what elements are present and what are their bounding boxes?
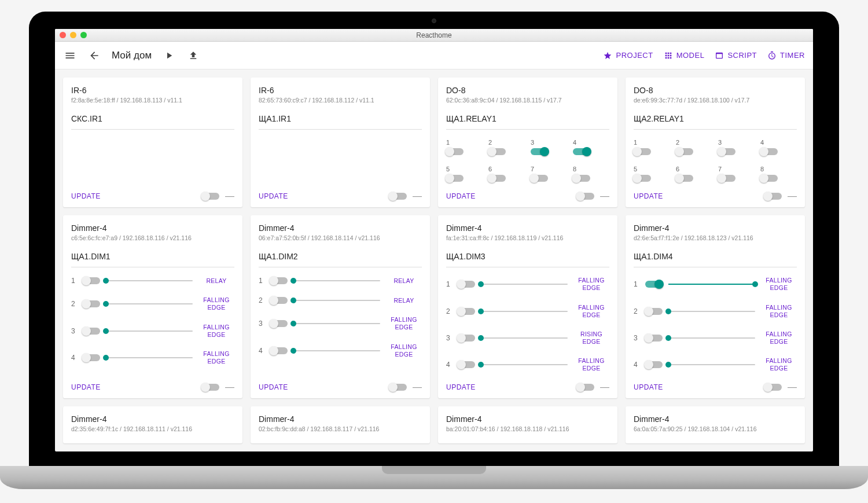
- mode-button[interactable]: FALLING EDGE: [386, 316, 422, 331]
- footer-toggle[interactable]: [389, 193, 407, 200]
- mode-button[interactable]: RELAY: [198, 277, 234, 285]
- relay-toggle[interactable]: [446, 148, 464, 155]
- relay-toggle[interactable]: [676, 175, 693, 182]
- update-button[interactable]: UPDATE: [634, 383, 663, 391]
- mode-button[interactable]: FALLING EDGE: [198, 296, 234, 311]
- tab-project[interactable]: PROJECT: [603, 51, 653, 60]
- slider[interactable]: [293, 323, 380, 324]
- footer-toggle[interactable]: [389, 384, 407, 391]
- footer-toggle[interactable]: [764, 384, 782, 391]
- update-button[interactable]: UPDATE: [71, 192, 101, 200]
- upload-icon[interactable]: [186, 49, 200, 63]
- slider[interactable]: [481, 337, 568, 339]
- mode-button[interactable]: FALLING EDGE: [761, 357, 797, 372]
- slider[interactable]: [668, 364, 755, 365]
- relay-toggle[interactable]: [760, 175, 778, 182]
- relay-toggle[interactable]: [634, 175, 651, 182]
- footer-toggle[interactable]: [577, 384, 594, 391]
- dimmer-toggle[interactable]: [270, 277, 288, 284]
- tab-script[interactable]: SCRIPT: [715, 51, 757, 60]
- slider[interactable]: [668, 311, 755, 312]
- menu-icon[interactable]: [63, 49, 77, 63]
- tab-model[interactable]: MODEL: [664, 51, 705, 60]
- dimmer-toggle[interactable]: [645, 281, 663, 288]
- mode-button[interactable]: RELAY: [386, 297, 422, 304]
- update-button[interactable]: UPDATE: [259, 383, 288, 391]
- slider[interactable]: [481, 284, 568, 285]
- mode-button[interactable]: RISING EDGE: [573, 331, 609, 346]
- slider[interactable]: [481, 311, 568, 312]
- mode-button[interactable]: FALLING EDGE: [761, 277, 797, 292]
- remove-icon[interactable]: —: [600, 382, 609, 392]
- mode-button[interactable]: FALLING EDGE: [761, 304, 797, 319]
- footer-toggle[interactable]: [577, 193, 594, 200]
- relay-toggle[interactable]: [531, 148, 548, 155]
- device-name: ЩА1.DIM1: [71, 252, 234, 267]
- slider[interactable]: [668, 337, 755, 339]
- dimmer-toggle[interactable]: [458, 335, 475, 342]
- dimmer-toggle[interactable]: [270, 347, 288, 354]
- relay-toggle[interactable]: [573, 175, 590, 182]
- remove-icon[interactable]: —: [413, 382, 422, 392]
- relay-toggle[interactable]: [573, 148, 590, 155]
- tab-timer[interactable]: TIMER: [767, 51, 805, 60]
- dimmer-toggle[interactable]: [270, 297, 288, 304]
- relay-toggle[interactable]: [488, 175, 506, 182]
- device-address: fa:1e:31:ca:ff:8c / 192.168.18.119 / v21…: [446, 234, 609, 241]
- relay-toggle[interactable]: [718, 175, 735, 182]
- footer-toggle[interactable]: [202, 384, 219, 391]
- mode-button[interactable]: FALLING EDGE: [198, 324, 234, 339]
- mode-button[interactable]: RELAY: [386, 277, 422, 285]
- relay-toggle[interactable]: [531, 175, 548, 182]
- back-icon[interactable]: [87, 49, 101, 63]
- slider[interactable]: [106, 303, 193, 304]
- relay-toggle[interactable]: [446, 175, 464, 182]
- remove-icon[interactable]: —: [788, 382, 797, 392]
- dimmer-toggle[interactable]: [83, 300, 100, 307]
- slider[interactable]: [106, 357, 193, 358]
- slider[interactable]: [106, 280, 193, 281]
- slider[interactable]: [481, 364, 568, 365]
- mode-button[interactable]: FALLING EDGE: [386, 343, 422, 358]
- footer-toggle[interactable]: [202, 193, 219, 200]
- dimmer-toggle[interactable]: [458, 281, 475, 288]
- update-button[interactable]: UPDATE: [446, 192, 476, 200]
- mode-button[interactable]: FALLING EDGE: [761, 331, 797, 346]
- slider[interactable]: [293, 300, 380, 301]
- relay-toggle[interactable]: [488, 148, 506, 155]
- update-button[interactable]: UPDATE: [71, 383, 101, 391]
- play-icon[interactable]: [162, 49, 176, 63]
- remove-icon[interactable]: —: [413, 191, 422, 201]
- slider[interactable]: [293, 350, 380, 351]
- update-button[interactable]: UPDATE: [634, 192, 663, 200]
- relay-toggle[interactable]: [718, 148, 735, 155]
- mode-button[interactable]: FALLING EDGE: [573, 277, 609, 292]
- card-footer: UPDATE —: [71, 184, 234, 201]
- dimmer-toggle[interactable]: [645, 361, 663, 368]
- relay-toggle[interactable]: [634, 148, 651, 155]
- dimmer-toggle[interactable]: [645, 308, 663, 315]
- mode-button[interactable]: FALLING EDGE: [198, 350, 234, 365]
- remove-icon[interactable]: —: [788, 191, 797, 201]
- dimmer-toggle[interactable]: [83, 328, 100, 335]
- update-button[interactable]: UPDATE: [259, 192, 288, 200]
- slider[interactable]: [293, 280, 380, 281]
- remove-icon[interactable]: —: [600, 191, 609, 201]
- device-type: Dimmer-4: [259, 414, 422, 424]
- remove-icon[interactable]: —: [225, 382, 234, 392]
- relay-toggle[interactable]: [676, 148, 693, 155]
- slider[interactable]: [106, 331, 193, 332]
- update-button[interactable]: UPDATE: [446, 383, 476, 391]
- slider[interactable]: [668, 284, 755, 285]
- dimmer-toggle[interactable]: [83, 354, 100, 361]
- relay-toggle[interactable]: [760, 148, 778, 155]
- dimmer-toggle[interactable]: [83, 277, 100, 284]
- footer-toggle[interactable]: [764, 193, 782, 200]
- mode-button[interactable]: FALLING EDGE: [573, 357, 609, 372]
- dimmer-toggle[interactable]: [458, 308, 475, 315]
- remove-icon[interactable]: —: [225, 191, 234, 201]
- dimmer-toggle[interactable]: [270, 320, 288, 327]
- dimmer-toggle[interactable]: [645, 335, 663, 342]
- mode-button[interactable]: FALLING EDGE: [573, 304, 609, 319]
- dimmer-toggle[interactable]: [458, 361, 475, 368]
